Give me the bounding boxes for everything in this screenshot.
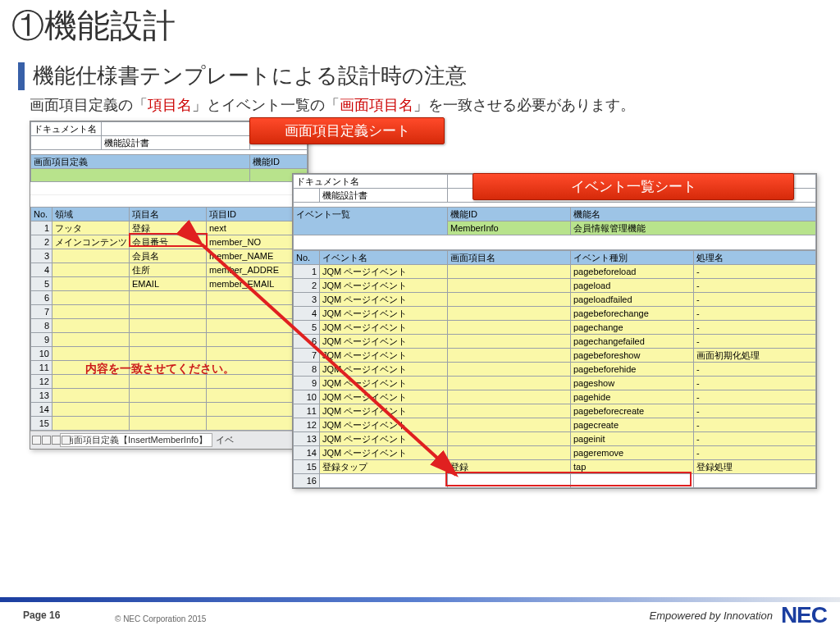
table-row: 8JQM ページイベントpagebeforehide- (294, 362, 816, 376)
table-row: 4住所member_ADDRE (31, 262, 308, 276)
nav-next-icon[interactable] (52, 436, 61, 445)
table-row: 2JQM ページイベントpageload- (294, 278, 816, 292)
table-row: 11JQM ページイベントpagebeforecreate- (294, 404, 816, 418)
table-row: 7JQM ページイベントpagebeforeshow画面初期化処理 (294, 348, 816, 362)
table-row: 10JQM ページイベントpagehide- (294, 390, 816, 404)
page-number: Page 16 (23, 609, 60, 621)
subtitle: 機能仕様書テンプレートによる設計時の注意 (33, 62, 467, 90)
table-row: 1フッタ登録next (31, 221, 308, 235)
table-row: 3JQM ページイベントpageloadfailed- (294, 292, 816, 306)
th-area: 領域 (52, 207, 130, 221)
section-label: イベント一覧 (294, 207, 448, 235)
table-row: 16 (294, 473, 816, 487)
table-row: 10 (31, 346, 308, 360)
table-row: 8 (31, 318, 308, 332)
table-row: 7 (31, 304, 308, 318)
table-row: 13 (31, 388, 308, 402)
warning-text: 内容を一致させてください。 (85, 362, 235, 377)
sheet-right-window: ドキュメント名 機能設計書 イベント一覧 機能ID 機能名 MemberInfo… (292, 173, 817, 489)
footer: Page 16 © NEC Corporation 2015 Empowered… (0, 602, 840, 630)
desc-highlight-2: 画面項目名 (340, 97, 413, 113)
table-row: 5JQM ページイベントpagechange- (294, 320, 816, 334)
kinou-id-label: 機能ID (250, 154, 308, 168)
doc-label: ドキュメント名 (294, 174, 448, 188)
tagline: Empowered by Innovation (650, 609, 773, 622)
table-row: 15 (31, 416, 308, 430)
nav-last-icon[interactable] (62, 436, 71, 445)
th-event: イベント名 (320, 250, 448, 264)
desc-text: 画面項目定義の「 (30, 97, 148, 113)
th-item: 項目名 (130, 207, 207, 221)
copyright: © NEC Corporation 2015 (115, 614, 206, 623)
table-row: 5EMAILmember_EMAIL (31, 276, 308, 290)
doc-value: 機能設計書 (102, 135, 250, 149)
table-row: 9JQM ページイベントpageshow- (294, 376, 816, 390)
table-row: 13JQM ページイベントpageinit- (294, 431, 816, 445)
table-row: 14JQM ページイベントpageremove- (294, 445, 816, 459)
tab-strip: 画面項目定義【InsertMemberInfo】 イベ (30, 431, 308, 449)
th-no: No. (294, 250, 320, 264)
desc-text: 」を一致させる必要があります。 (413, 97, 635, 113)
kinou-id-label: 機能ID (448, 207, 571, 221)
table-row: 3会員名member_NAME (31, 249, 308, 262)
brand-logo: NEC (781, 602, 827, 628)
table-row: 15登録タップ登録tap登録処理 (294, 459, 816, 473)
doc-value: 機能設計書 (320, 188, 448, 202)
table-row: 4JQM ページイベントpagebeforechange- (294, 306, 816, 320)
tag-right: イベント一覧シート (472, 173, 794, 200)
kinou-name-label: 機能名 (571, 207, 816, 221)
table-row: 14 (31, 402, 308, 416)
desc-highlight-1: 項目名 (148, 97, 192, 113)
th-proc: 処理名 (694, 250, 816, 264)
title-bar (18, 62, 25, 90)
tag-left: 画面項目定義シート (249, 117, 445, 144)
table-row: 1JQM ページイベントpagebeforeload- (294, 264, 816, 278)
table-row: 6JQM ページイベントpagechangefailed- (294, 334, 816, 348)
section-label: 画面項目定義 (31, 154, 250, 168)
kinou-name: 会員情報管理機能 (571, 221, 816, 235)
kinou-id: MemberInfo (448, 221, 571, 235)
sheet-tab-next[interactable]: イベ (216, 434, 234, 446)
desc-text: 」とイベント一覧の「 (192, 97, 340, 113)
th-no: No. (31, 207, 52, 221)
sheet-tab[interactable]: 画面項目定義【InsertMemberInfo】 (60, 433, 212, 447)
table-row: 6 (31, 290, 308, 304)
doc-label: ドキュメント名 (31, 121, 102, 135)
table-row: 9 (31, 332, 308, 346)
sheet-left-window: ドキュメント名 機能設計書 画面項目定義機能ID No. 領域 項目名 項目ID… (30, 121, 308, 450)
th-screen: 画面項目名 (448, 250, 571, 264)
nav-prev-icon[interactable] (42, 436, 51, 445)
th-kind: イベント種別 (571, 250, 694, 264)
page-title: ①機能設計 (0, 0, 840, 52)
table-row: 12JQM ページイベントpagecreate- (294, 418, 816, 431)
nav-first-icon[interactable] (32, 436, 41, 445)
table-row: 12 (31, 374, 308, 388)
description: 画面項目定義の「項目名」とイベント一覧の「画面項目名」を一致させる必要があります… (30, 94, 801, 117)
table-row: 2メインコンテンツ会員番号member_NO (31, 235, 308, 249)
